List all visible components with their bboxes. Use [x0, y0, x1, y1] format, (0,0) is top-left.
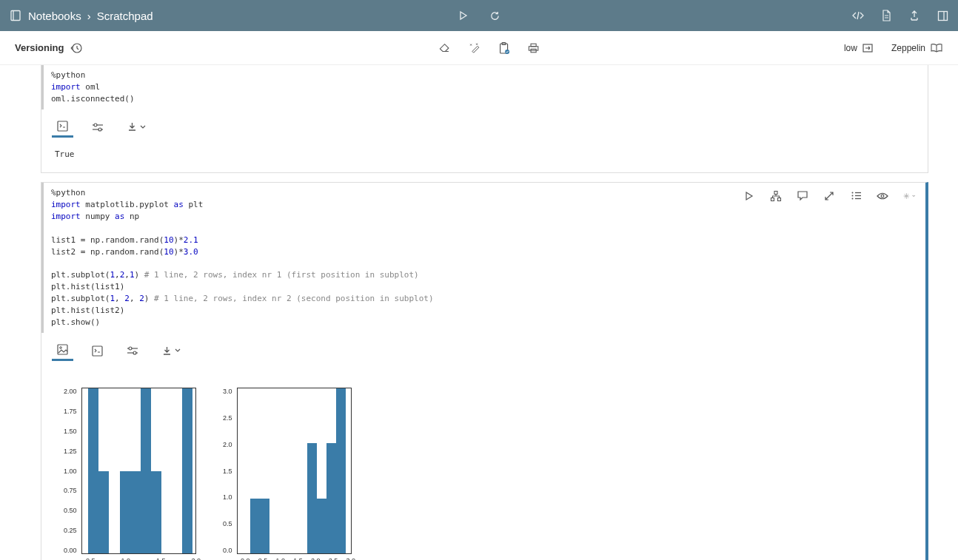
notebook-icon — [9, 9, 22, 22]
svg-point-28 — [881, 195, 884, 198]
output-text-tab-2[interactable] — [87, 342, 108, 360]
svg-point-24 — [851, 195, 853, 197]
svg-point-29 — [905, 195, 907, 197]
download-tab[interactable] — [122, 118, 150, 135]
engine-selector[interactable]: Zeppelin — [891, 43, 943, 53]
cell-1-code[interactable]: %python import oml oml.isconnected() — [41, 65, 928, 109]
magic-icon[interactable] — [469, 42, 480, 54]
versioning-group[interactable]: Versioning — [15, 41, 83, 55]
clipboard-icon[interactable] — [498, 42, 510, 54]
comment-icon[interactable] — [797, 190, 808, 202]
output-text-tab[interactable] — [52, 117, 73, 138]
topbar-right — [851, 9, 949, 22]
svg-rect-21 — [778, 198, 781, 200]
svg-rect-14 — [58, 121, 67, 131]
mode-selector[interactable]: low — [844, 43, 874, 53]
expand-icon[interactable] — [823, 190, 835, 202]
document-icon[interactable] — [880, 9, 893, 22]
settings-tab-2[interactable] — [121, 343, 144, 359]
subbar-right: low Zeppelin — [844, 43, 943, 53]
svg-point-16 — [94, 124, 97, 126]
cell-2: %python import matplotlib.pyplot as plt … — [41, 182, 928, 560]
svg-rect-20 — [771, 198, 774, 200]
chart-1: 2.001.751.501.251.000.750.500.250.00 0.5… — [64, 388, 201, 560]
gear-icon[interactable] — [903, 190, 915, 202]
cell-1-output: True — [41, 142, 928, 172]
svg-rect-32 — [93, 346, 102, 356]
svg-rect-0 — [11, 11, 20, 21]
output-image-tab[interactable] — [52, 340, 73, 361]
breadcrumb-page[interactable]: Scratchpad — [97, 10, 153, 22]
chevron-down-icon — [140, 125, 146, 129]
eye-icon[interactable] — [877, 190, 888, 202]
export-icon[interactable] — [908, 9, 921, 22]
svg-point-18 — [98, 128, 101, 131]
priority-icon — [862, 43, 874, 53]
svg-rect-11 — [529, 46, 537, 50]
chart-2: 3.02.52.01.51.00.50.0 0.00.51.01.52.02.5… — [223, 388, 355, 560]
print-icon[interactable] — [528, 42, 540, 54]
cell-2-code[interactable]: %python import matplotlib.pyplot as plt … — [41, 183, 925, 333]
code-icon[interactable] — [851, 9, 865, 22]
topbar-center — [457, 9, 501, 22]
topbar: Notebooks › Scratchpad — [0, 0, 958, 31]
run-cell-icon[interactable] — [743, 190, 755, 202]
download-tab-2[interactable] — [157, 343, 185, 360]
breadcrumb-root[interactable]: Notebooks — [28, 10, 81, 22]
chevron-down-icon — [912, 194, 915, 198]
refresh-icon[interactable] — [488, 9, 501, 22]
cell-2-toolbar — [743, 190, 915, 202]
panel-icon[interactable] — [936, 9, 949, 22]
cell-1: %python import oml oml.isconnected() Tru… — [41, 65, 928, 173]
run-all-icon[interactable] — [457, 9, 470, 22]
history-icon — [70, 41, 83, 55]
engine-label: Zeppelin — [891, 43, 925, 53]
svg-point-26 — [851, 198, 853, 200]
svg-point-36 — [133, 351, 136, 354]
cell-2-output-toolbar — [41, 333, 925, 365]
hierarchy-icon[interactable] — [770, 190, 782, 202]
svg-point-31 — [60, 347, 62, 349]
breadcrumb-sep: › — [87, 10, 91, 22]
settings-tab[interactable] — [87, 119, 109, 135]
subbar-center — [439, 42, 540, 54]
eraser-icon[interactable] — [439, 42, 451, 54]
mode-label: low — [844, 43, 857, 53]
breadcrumb: Notebooks › Scratchpad — [9, 9, 153, 22]
svg-rect-19 — [774, 191, 777, 194]
svg-point-34 — [129, 347, 132, 350]
svg-rect-4 — [938, 11, 947, 20]
notebook-area: %python import oml oml.isconnected() Tru… — [0, 65, 958, 560]
chevron-down-icon — [175, 348, 181, 353]
versioning-label: Versioning — [15, 42, 64, 53]
svg-point-22 — [851, 192, 853, 194]
list-icon[interactable] — [850, 190, 862, 202]
subbar: Versioning low Zeppelin — [0, 31, 958, 65]
chart-output: 2.001.751.501.251.000.750.500.250.00 0.5… — [41, 365, 925, 560]
book-icon — [930, 43, 943, 53]
cell-1-output-toolbar — [41, 109, 928, 142]
